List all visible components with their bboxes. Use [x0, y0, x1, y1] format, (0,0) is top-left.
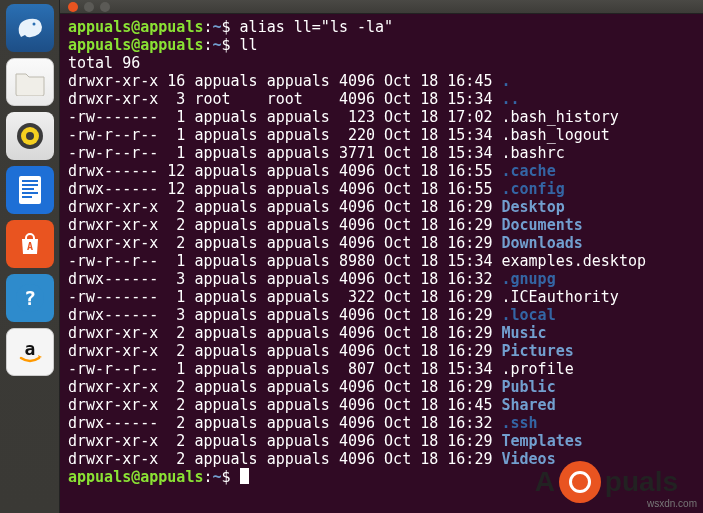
brand-circle-icon — [559, 461, 601, 503]
dock-item-audio[interactable] — [6, 112, 54, 160]
dock-item-help[interactable]: ? — [6, 274, 54, 322]
terminal-window: appuals@appuals:~$ alias ll="ls -la" app… — [60, 0, 703, 513]
svg-rect-9 — [22, 196, 32, 198]
cursor — [240, 468, 249, 484]
brand-logo: A puals — [535, 461, 678, 503]
dock: A ? a — [0, 0, 60, 513]
close-icon[interactable] — [68, 2, 78, 12]
dock-item-writer[interactable] — [6, 166, 54, 214]
svg-point-0 — [32, 23, 35, 26]
svg-rect-7 — [22, 188, 34, 190]
amazon-icon: a — [15, 337, 45, 367]
svg-text:?: ? — [23, 286, 35, 310]
svg-rect-5 — [22, 180, 38, 182]
brand-text-left: A — [535, 466, 555, 498]
brand-text-right: puals — [605, 466, 678, 498]
dock-item-thunderbird[interactable] — [6, 4, 54, 52]
thunderbird-icon — [15, 13, 45, 43]
document-icon — [17, 174, 43, 206]
dock-item-amazon[interactable]: a — [6, 328, 54, 376]
maximize-icon[interactable] — [100, 2, 110, 12]
svg-rect-6 — [22, 184, 38, 186]
dock-item-software[interactable]: A — [6, 220, 54, 268]
terminal-body[interactable]: appuals@appuals:~$ alias ll="ls -la" app… — [60, 14, 703, 494]
titlebar[interactable] — [60, 0, 703, 14]
svg-rect-8 — [22, 192, 38, 194]
files-icon — [14, 68, 46, 96]
question-icon: ? — [15, 283, 45, 313]
svg-point-3 — [26, 132, 34, 140]
speaker-icon — [15, 121, 45, 151]
svg-text:A: A — [26, 241, 32, 252]
minimize-icon[interactable] — [84, 2, 94, 12]
shopping-bag-icon: A — [16, 230, 44, 258]
svg-text:a: a — [24, 338, 35, 359]
dock-item-files[interactable] — [6, 58, 54, 106]
watermark: wsxdn.com — [647, 498, 697, 509]
